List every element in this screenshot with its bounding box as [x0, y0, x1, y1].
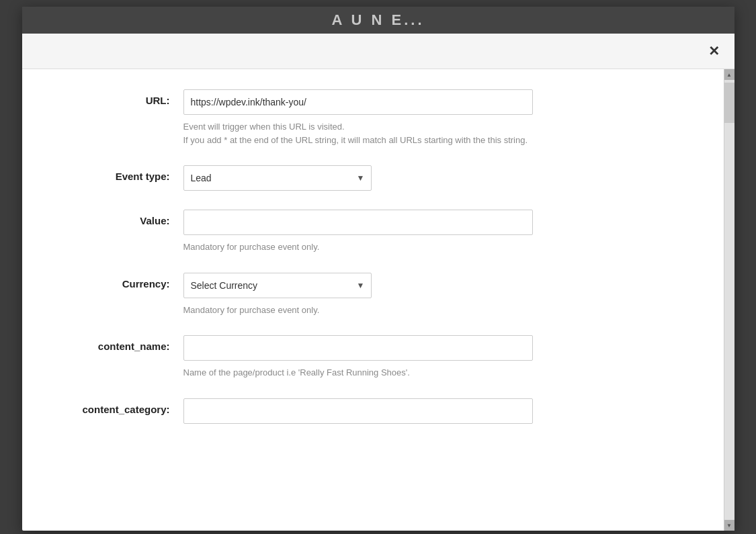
- scroll-down-button[interactable]: ▼: [724, 520, 734, 531]
- event-type-field-group: Lead Purchase ViewContent AddToCart Init…: [183, 165, 697, 191]
- modal-overlay: A U N E... ✕ URL: Event will trigger whe…: [0, 0, 756, 534]
- modal-dialog: A U N E... ✕ URL: Event will trigger whe…: [22, 7, 734, 531]
- event-type-label: Event type:: [49, 165, 183, 182]
- value-row: Value: Mandatory for purchase event only…: [49, 210, 697, 254]
- content-category-field-group: [183, 398, 697, 424]
- top-bar-partial: A U N E...: [22, 7, 734, 34]
- url-field-group: Event will trigger when this URL is visi…: [183, 89, 697, 146]
- scroll-up-button[interactable]: ▲: [724, 69, 734, 80]
- modal-header: ✕: [22, 34, 734, 69]
- content-name-input[interactable]: [183, 335, 533, 361]
- url-label: URL:: [49, 89, 183, 106]
- content-name-field-group: Name of the page/product i.e 'Really Fas…: [183, 335, 697, 380]
- scrollbar-track: ▲ ▼: [724, 69, 734, 531]
- content-category-label: content_category:: [49, 398, 183, 415]
- event-type-select-wrapper: Lead Purchase ViewContent AddToCart Init…: [183, 165, 372, 191]
- url-help-text: Event will trigger when this URL is visi…: [183, 120, 533, 146]
- content-name-label: content_name:: [49, 335, 183, 352]
- value-field-group: Mandatory for purchase event only.: [183, 210, 697, 254]
- content-category-input[interactable]: [183, 398, 533, 424]
- currency-help-text: Mandatory for purchase event only.: [183, 304, 533, 317]
- currency-label: Currency:: [49, 273, 183, 290]
- close-button[interactable]: ✕: [705, 42, 724, 60]
- value-input[interactable]: [183, 210, 533, 235]
- app-title-partial: A U N E...: [331, 11, 424, 29]
- content-name-row: content_name: Name of the page/product i…: [49, 335, 697, 380]
- currency-select[interactable]: Select Currency USD EUR GBP AUD CAD: [183, 273, 372, 298]
- currency-select-wrapper: Select Currency USD EUR GBP AUD CAD ▼: [183, 273, 372, 298]
- url-row: URL: Event will trigger when this URL is…: [49, 89, 697, 146]
- currency-row: Currency: Select Currency USD EUR GBP AU…: [49, 273, 697, 317]
- currency-field-group: Select Currency USD EUR GBP AUD CAD ▼ Ma…: [183, 273, 697, 317]
- event-type-select[interactable]: Lead Purchase ViewContent AddToCart Init…: [183, 165, 372, 191]
- modal-body: URL: Event will trigger when this URL is…: [22, 69, 734, 531]
- value-help-text: Mandatory for purchase event only.: [183, 240, 533, 254]
- modal-content: URL: Event will trigger when this URL is…: [22, 69, 724, 531]
- value-label: Value:: [49, 210, 183, 226]
- scrollbar-thumb[interactable]: [724, 83, 734, 123]
- event-type-row: Event type: Lead Purchase ViewContent Ad…: [49, 165, 697, 191]
- content-category-row: content_category:: [49, 398, 697, 424]
- url-input[interactable]: [183, 89, 533, 115]
- content-name-help-text: Name of the page/product i.e 'Really Fas…: [183, 366, 533, 380]
